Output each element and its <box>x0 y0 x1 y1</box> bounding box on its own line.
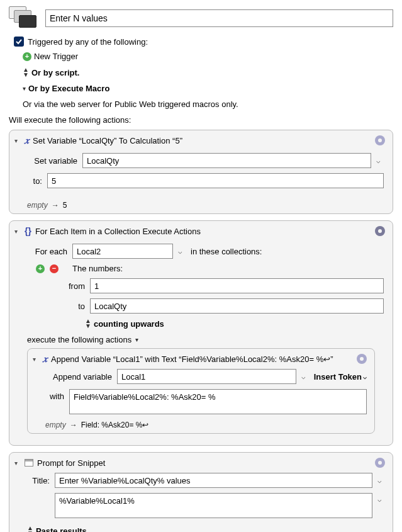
counting-label: counting upwards <box>94 319 164 329</box>
add-collection-button[interactable]: + <box>36 264 45 273</box>
chevron-down-icon: ⌵ <box>363 373 367 380</box>
append-variable-label: Append variable <box>45 372 112 382</box>
trigger-web-label: Or via the web server for Public Web tri… <box>23 99 238 109</box>
action-set-variable[interactable]: ▾ 𝑥 Set Variable “LocalQty” To Calculati… <box>9 130 393 214</box>
disclosure-icon[interactable]: ▾ <box>14 137 21 144</box>
insert-token-button[interactable]: Insert Token ⌵ <box>314 372 367 382</box>
with-label: with <box>45 389 64 401</box>
variable-name-input[interactable] <box>82 153 371 168</box>
macro-icon <box>9 6 39 30</box>
from-input[interactable] <box>90 278 384 293</box>
trigger-script-label: Or by script. <box>31 68 80 77</box>
paste-results-label: Paste results <box>36 526 87 533</box>
action-title: Append Variable “Local1” with Text “Fiel… <box>51 354 333 364</box>
enabled-checkbox[interactable] <box>14 37 24 47</box>
action-append-variable[interactable]: ▾ 𝑥 Append Variable “Local1” with Text “… <box>27 348 375 434</box>
variable-icon: 𝑥 <box>43 353 47 365</box>
trigger-execute-label: Or by Execute Macro <box>28 84 109 93</box>
updown-icon: ▲▼ <box>85 319 91 329</box>
action-prompt-snippet[interactable]: ▾ Prompt for Snippet Title: ⌵ ⌵ ▲▼ Paste… <box>9 452 393 532</box>
new-trigger-button[interactable]: + New Trigger <box>23 52 393 61</box>
loop-icon: {} <box>25 226 31 236</box>
paste-results-option[interactable]: ▲▼ Paste results <box>9 523 393 532</box>
remove-collection-button[interactable]: − <box>50 264 59 273</box>
chevron-down-icon[interactable]: ▾ <box>135 336 138 343</box>
trigger-heading: Triggered by any of the following: <box>28 37 148 47</box>
append-variable-input[interactable] <box>117 369 296 384</box>
chevron-down-icon: ▾ <box>23 85 26 92</box>
new-trigger-label: New Trigger <box>34 52 78 61</box>
gear-icon[interactable] <box>374 134 386 147</box>
svg-point-3 <box>378 229 382 233</box>
numbers-label: The numbers: <box>72 264 123 273</box>
arrow-icon: → <box>52 201 59 210</box>
execute-actions-label: execute the following actions <box>27 335 131 344</box>
action-title: For Each Item in a Collection Execute Ac… <box>35 227 201 236</box>
actions-intro-label: Will execute the following actions: <box>9 115 393 125</box>
gear-icon[interactable] <box>355 353 368 365</box>
action-title: Set Variable “LocalQty” To Calculation “… <box>33 136 182 145</box>
gear-icon[interactable] <box>374 225 386 237</box>
variable-icon: 𝑥 <box>25 135 29 146</box>
with-text-input[interactable] <box>69 389 367 414</box>
dropdown-caret-icon[interactable]: ⌵ <box>376 157 384 165</box>
action-for-each[interactable]: ▾ {} For Each Item in a Collection Execu… <box>9 220 393 446</box>
set-variable-label: Set variable <box>27 156 77 166</box>
trigger-script-row[interactable]: ▲▼ Or by script. <box>23 67 393 77</box>
svg-point-1 <box>378 139 382 142</box>
to-value-input[interactable] <box>47 173 384 188</box>
window-icon <box>25 459 33 467</box>
loop-variable-input[interactable] <box>72 244 173 259</box>
status-empty: empty <box>45 421 66 429</box>
disclosure-icon[interactable]: ▾ <box>14 228 21 235</box>
arrow-icon: → <box>70 421 77 429</box>
counting-direction[interactable]: ▲▼ counting upwards <box>85 319 384 329</box>
collections-label: in these collections: <box>191 247 262 256</box>
dropdown-caret-icon[interactable]: ⌵ <box>178 247 186 256</box>
dropdown-caret-icon[interactable]: ⌵ <box>301 373 309 381</box>
macro-title-input[interactable] <box>45 9 393 27</box>
to-label: to <box>64 302 85 311</box>
trigger-execute-row[interactable]: ▾ Or by Execute Macro <box>23 84 393 93</box>
status-result: 5 <box>63 201 67 210</box>
updown-icon: ▲▼ <box>27 526 33 532</box>
prompt-title-input[interactable] <box>55 473 372 488</box>
disclosure-icon[interactable]: ▾ <box>33 356 39 363</box>
status-result: Field: %Ask20= %↩ <box>81 421 149 429</box>
title-label: Title: <box>27 476 50 485</box>
action-title: Prompt for Snippet <box>37 458 105 468</box>
prompt-body-input[interactable] <box>55 493 372 518</box>
status-empty: empty <box>27 201 48 210</box>
svg-point-7 <box>378 461 382 465</box>
to-input[interactable] <box>90 298 384 314</box>
dropdown-caret-icon[interactable]: ⌵ <box>377 477 385 485</box>
disclosure-icon[interactable]: ▾ <box>14 460 21 467</box>
dropdown-caret-icon[interactable]: ⌵ <box>377 493 385 504</box>
svg-point-5 <box>360 357 364 361</box>
updown-icon: ▲▼ <box>23 67 29 77</box>
to-label: to: <box>27 176 42 186</box>
add-icon: + <box>23 52 31 61</box>
gear-icon[interactable] <box>374 456 386 469</box>
from-label: from <box>64 281 85 291</box>
for-each-label: For each <box>27 247 67 256</box>
